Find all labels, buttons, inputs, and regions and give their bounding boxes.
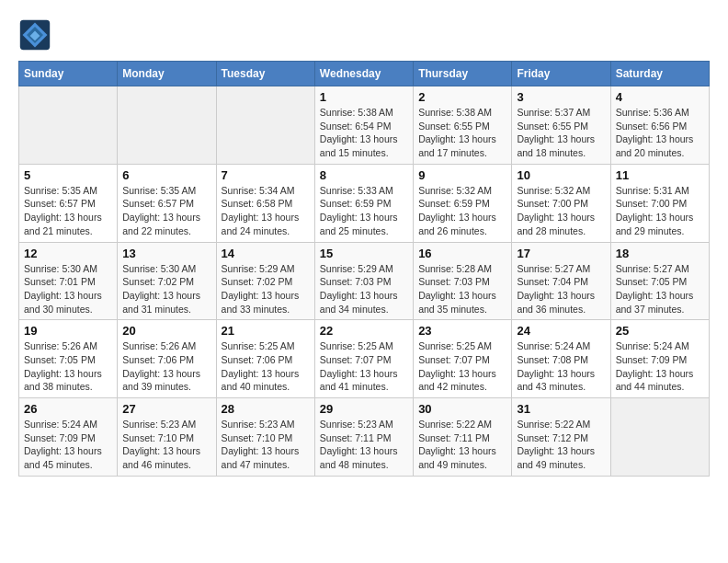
- day-number: 5: [24, 168, 112, 182]
- day-info: Sunrise: 5:35 AM Sunset: 6:57 PM Dayligh…: [24, 184, 112, 238]
- day-info: Sunrise: 5:31 AM Sunset: 7:00 PM Dayligh…: [616, 184, 704, 238]
- day-cell: [19, 86, 118, 165]
- day-info: Sunrise: 5:38 AM Sunset: 6:54 PM Dayligh…: [320, 106, 408, 160]
- day-number: 8: [320, 168, 408, 182]
- day-number: 22: [320, 324, 408, 338]
- day-cell: 13Sunrise: 5:30 AM Sunset: 7:02 PM Dayli…: [118, 242, 216, 320]
- day-info: Sunrise: 5:27 AM Sunset: 7:04 PM Dayligh…: [517, 262, 605, 316]
- day-number: 18: [616, 247, 704, 260]
- day-number: 21: [222, 324, 310, 338]
- day-number: 24: [517, 324, 605, 338]
- day-cell: 7Sunrise: 5:34 AM Sunset: 6:58 PM Daylig…: [216, 164, 314, 242]
- day-cell: 1Sunrise: 5:38 AM Sunset: 6:54 PM Daylig…: [314, 86, 413, 165]
- day-info: Sunrise: 5:33 AM Sunset: 6:59 PM Dayligh…: [320, 184, 408, 238]
- day-number: 2: [418, 90, 506, 104]
- day-number: 29: [320, 402, 408, 416]
- day-cell: 8Sunrise: 5:33 AM Sunset: 6:59 PM Daylig…: [314, 164, 413, 242]
- day-info: Sunrise: 5:22 AM Sunset: 7:11 PM Dayligh…: [418, 418, 506, 472]
- day-number: 10: [517, 168, 605, 182]
- day-info: Sunrise: 5:26 AM Sunset: 7:05 PM Dayligh…: [24, 339, 112, 394]
- day-info: Sunrise: 5:27 AM Sunset: 7:05 PM Dayligh…: [616, 262, 704, 316]
- day-cell: 23Sunrise: 5:25 AM Sunset: 7:07 PM Dayli…: [414, 320, 512, 398]
- day-number: 9: [418, 168, 506, 182]
- day-info: Sunrise: 5:34 AM Sunset: 6:58 PM Dayligh…: [222, 184, 310, 238]
- day-cell: 10Sunrise: 5:32 AM Sunset: 7:00 PM Dayli…: [512, 164, 610, 242]
- day-number: 30: [418, 402, 506, 416]
- day-number: 15: [320, 247, 408, 260]
- day-number: 6: [122, 168, 210, 182]
- week-row-1: 1Sunrise: 5:38 AM Sunset: 6:54 PM Daylig…: [19, 86, 710, 165]
- day-number: 20: [122, 324, 210, 338]
- calendar-header: SundayMondayTuesdayWednesdayThursdayFrid…: [19, 62, 710, 86]
- day-cell: 12Sunrise: 5:30 AM Sunset: 7:01 PM Dayli…: [19, 242, 118, 320]
- day-number: 11: [616, 168, 704, 182]
- day-cell: 17Sunrise: 5:27 AM Sunset: 7:04 PM Dayli…: [512, 242, 610, 320]
- day-cell: 21Sunrise: 5:25 AM Sunset: 7:06 PM Dayli…: [216, 320, 314, 398]
- day-cell: [610, 398, 709, 477]
- day-cell: 6Sunrise: 5:35 AM Sunset: 6:57 PM Daylig…: [118, 164, 216, 242]
- day-info: Sunrise: 5:24 AM Sunset: 7:08 PM Dayligh…: [517, 339, 605, 394]
- week-row-5: 26Sunrise: 5:24 AM Sunset: 7:09 PM Dayli…: [19, 398, 710, 477]
- day-number: 19: [24, 324, 112, 338]
- day-info: Sunrise: 5:23 AM Sunset: 7:10 PM Dayligh…: [122, 418, 210, 472]
- day-cell: [216, 86, 314, 165]
- day-info: Sunrise: 5:23 AM Sunset: 7:10 PM Dayligh…: [222, 418, 310, 472]
- day-number: 1: [320, 90, 408, 104]
- week-row-4: 19Sunrise: 5:26 AM Sunset: 7:05 PM Dayli…: [19, 320, 710, 398]
- day-cell: 25Sunrise: 5:24 AM Sunset: 7:09 PM Dayli…: [610, 320, 709, 398]
- day-cell: 15Sunrise: 5:29 AM Sunset: 7:03 PM Dayli…: [314, 242, 413, 320]
- column-header-sunday: Sunday: [19, 62, 118, 86]
- day-cell: [118, 86, 216, 165]
- column-header-tuesday: Tuesday: [216, 62, 314, 86]
- day-cell: 3Sunrise: 5:37 AM Sunset: 6:55 PM Daylig…: [512, 86, 610, 165]
- day-info: Sunrise: 5:23 AM Sunset: 7:11 PM Dayligh…: [320, 418, 408, 472]
- day-number: 3: [517, 90, 605, 104]
- day-cell: 30Sunrise: 5:22 AM Sunset: 7:11 PM Dayli…: [414, 398, 512, 477]
- day-info: Sunrise: 5:30 AM Sunset: 7:01 PM Dayligh…: [24, 262, 112, 316]
- day-number: 14: [222, 247, 310, 260]
- day-cell: 28Sunrise: 5:23 AM Sunset: 7:10 PM Dayli…: [216, 398, 314, 477]
- day-number: 7: [222, 168, 310, 182]
- day-cell: 29Sunrise: 5:23 AM Sunset: 7:11 PM Dayli…: [314, 398, 413, 477]
- column-header-thursday: Thursday: [414, 62, 512, 86]
- day-number: 31: [517, 402, 605, 416]
- day-info: Sunrise: 5:30 AM Sunset: 7:02 PM Dayligh…: [122, 262, 210, 316]
- day-cell: 16Sunrise: 5:28 AM Sunset: 7:03 PM Dayli…: [414, 242, 512, 320]
- day-cell: 18Sunrise: 5:27 AM Sunset: 7:05 PM Dayli…: [610, 242, 709, 320]
- day-info: Sunrise: 5:35 AM Sunset: 6:57 PM Dayligh…: [122, 184, 210, 238]
- day-info: Sunrise: 5:24 AM Sunset: 7:09 PM Dayligh…: [24, 418, 112, 472]
- day-info: Sunrise: 5:24 AM Sunset: 7:09 PM Dayligh…: [616, 339, 704, 394]
- day-info: Sunrise: 5:25 AM Sunset: 7:06 PM Dayligh…: [222, 339, 310, 394]
- day-cell: 31Sunrise: 5:22 AM Sunset: 7:12 PM Dayli…: [512, 398, 610, 477]
- day-number: 28: [222, 402, 310, 416]
- day-info: Sunrise: 5:38 AM Sunset: 6:55 PM Dayligh…: [418, 106, 506, 160]
- column-header-monday: Monday: [118, 62, 216, 86]
- day-info: Sunrise: 5:28 AM Sunset: 7:03 PM Dayligh…: [418, 262, 506, 316]
- logo-icon: [18, 18, 51, 52]
- calendar-table: SundayMondayTuesdayWednesdayThursdayFrid…: [18, 61, 710, 477]
- day-number: 23: [418, 324, 506, 338]
- day-info: Sunrise: 5:36 AM Sunset: 6:56 PM Dayligh…: [616, 106, 704, 160]
- column-header-wednesday: Wednesday: [314, 62, 413, 86]
- day-info: Sunrise: 5:29 AM Sunset: 7:03 PM Dayligh…: [320, 262, 408, 316]
- day-number: 16: [418, 247, 506, 260]
- day-cell: 24Sunrise: 5:24 AM Sunset: 7:08 PM Dayli…: [512, 320, 610, 398]
- day-cell: 22Sunrise: 5:25 AM Sunset: 7:07 PM Dayli…: [314, 320, 413, 398]
- day-info: Sunrise: 5:22 AM Sunset: 7:12 PM Dayligh…: [517, 418, 605, 472]
- week-row-2: 5Sunrise: 5:35 AM Sunset: 6:57 PM Daylig…: [19, 164, 710, 242]
- day-info: Sunrise: 5:25 AM Sunset: 7:07 PM Dayligh…: [418, 339, 506, 394]
- day-info: Sunrise: 5:29 AM Sunset: 7:02 PM Dayligh…: [222, 262, 310, 316]
- page-header: [18, 18, 710, 52]
- day-cell: 4Sunrise: 5:36 AM Sunset: 6:56 PM Daylig…: [610, 86, 709, 165]
- day-number: 4: [616, 90, 704, 104]
- day-cell: 11Sunrise: 5:31 AM Sunset: 7:00 PM Dayli…: [610, 164, 709, 242]
- day-cell: 27Sunrise: 5:23 AM Sunset: 7:10 PM Dayli…: [118, 398, 216, 477]
- day-info: Sunrise: 5:37 AM Sunset: 6:55 PM Dayligh…: [517, 106, 605, 160]
- header-row: SundayMondayTuesdayWednesdayThursdayFrid…: [19, 62, 710, 86]
- day-number: 12: [24, 247, 112, 260]
- day-info: Sunrise: 5:32 AM Sunset: 7:00 PM Dayligh…: [517, 184, 605, 238]
- day-cell: 5Sunrise: 5:35 AM Sunset: 6:57 PM Daylig…: [19, 164, 118, 242]
- day-info: Sunrise: 5:26 AM Sunset: 7:06 PM Dayligh…: [122, 339, 210, 394]
- day-cell: 14Sunrise: 5:29 AM Sunset: 7:02 PM Dayli…: [216, 242, 314, 320]
- column-header-saturday: Saturday: [610, 62, 709, 86]
